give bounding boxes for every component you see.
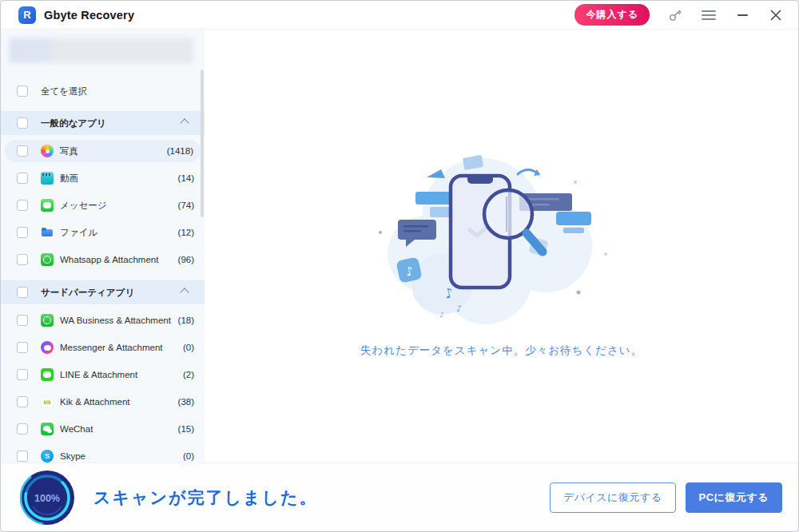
sidebar-section-header[interactable]: サードパーティアプリ xyxy=(1,280,205,304)
item-count: (18) xyxy=(178,316,194,325)
progress-ring: 100% xyxy=(18,469,76,526)
sidebar-item[interactable]: Kik & Attachment (38) xyxy=(1,391,205,413)
section-label: 一般的なアプリ xyxy=(41,117,106,129)
device-info-blurred xyxy=(9,38,193,63)
skype-icon xyxy=(41,450,54,463)
item-label: Skype xyxy=(60,451,85,461)
footer-bar: 100% スキャンが完了しました。 デバイスに復元する PCに復元する xyxy=(1,463,798,531)
app-logo-icon: R xyxy=(18,6,36,24)
item-checkbox[interactable] xyxy=(17,145,28,157)
item-label: ファイル xyxy=(60,227,97,239)
sidebar-section-header[interactable]: 一般的なアプリ xyxy=(1,111,205,135)
section-checkbox[interactable] xyxy=(17,287,28,298)
item-checkbox[interactable] xyxy=(17,227,28,238)
messenger-icon xyxy=(41,341,54,354)
item-label: LINE & Attachment xyxy=(60,370,137,379)
item-count: (1418) xyxy=(167,146,193,156)
sidebar-scrollbar[interactable] xyxy=(201,69,204,217)
svg-text:♪: ♪ xyxy=(456,304,462,314)
item-label: Messenger & Attachment xyxy=(60,343,162,352)
item-label: WeChat xyxy=(60,424,93,434)
sidebar-item[interactable]: WeChat (15) xyxy=(1,418,205,440)
kik-icon xyxy=(41,395,54,408)
item-count: (0) xyxy=(183,343,194,352)
item-count: (14) xyxy=(178,173,194,183)
sidebar-item[interactable]: 写真 (1418) xyxy=(5,140,201,162)
item-label: WA Business & Attachment xyxy=(60,316,171,325)
video-icon xyxy=(41,172,54,185)
main-panel: ♪ ♪ ♪ ♪ 失われたデータをスキャン中。少々お待ちください。 xyxy=(205,30,798,463)
app-logo-letter: R xyxy=(23,9,30,21)
select-all-checkbox[interactable] xyxy=(17,85,28,97)
sidebar-item[interactable]: 動画 (14) xyxy=(1,167,205,189)
register-key-icon[interactable] xyxy=(667,7,683,23)
item-label: Whatsapp & Attachment xyxy=(60,255,158,264)
item-checkbox[interactable] xyxy=(17,200,28,211)
chevron-up-icon[interactable] xyxy=(180,118,189,127)
whatsapp-icon xyxy=(41,253,54,266)
item-checkbox[interactable] xyxy=(17,396,28,407)
sidebar-item[interactable]: Messenger & Attachment (0) xyxy=(1,336,205,359)
item-checkbox[interactable] xyxy=(17,451,28,462)
item-label: メッセージ xyxy=(60,200,107,212)
close-icon[interactable] xyxy=(768,7,784,23)
item-count: (96) xyxy=(178,255,194,264)
sidebar-item[interactable]: ファイル (12) xyxy=(1,221,205,244)
line-icon xyxy=(41,368,54,381)
app-window: R Gbyte Recovery 今購入する xyxy=(0,0,799,532)
paper-plane-icon xyxy=(427,169,445,178)
scanning-status-text: 失われたデータをスキャン中。少々お待ちください。 xyxy=(360,343,642,358)
files-icon xyxy=(41,226,54,239)
chevron-up-icon[interactable] xyxy=(180,288,189,296)
item-label: Kik & Attachment xyxy=(60,397,130,407)
window-body: 全てを選択 一般的なアプリ 写真 (1418) 動画 (14) メッセージ (7… xyxy=(1,30,798,463)
item-checkbox[interactable] xyxy=(17,342,28,353)
item-count: (2) xyxy=(183,370,194,379)
buy-now-button[interactable]: 今購入する xyxy=(574,4,650,26)
sidebar: 全てを選択 一般的なアプリ 写真 (1418) 動画 (14) メッセージ (7… xyxy=(1,30,205,463)
scan-complete-text: スキャンが完了しました。 xyxy=(93,486,550,509)
menu-icon[interactable] xyxy=(701,7,717,23)
item-label: 動画 xyxy=(60,173,78,185)
wa-business-icon xyxy=(41,314,54,327)
photos-icon xyxy=(41,145,54,157)
item-checkbox[interactable] xyxy=(17,369,28,380)
item-count: (12) xyxy=(178,228,194,237)
section-label: サードパーティアプリ xyxy=(41,287,134,299)
item-checkbox[interactable] xyxy=(17,254,28,265)
svg-text:♪: ♪ xyxy=(439,311,444,319)
section-checkbox[interactable] xyxy=(17,117,28,129)
item-count: (74) xyxy=(178,200,194,210)
app-title: Gbyte Recovery xyxy=(44,9,134,22)
sidebar-item[interactable]: Whatsapp & Attachment (96) xyxy=(1,248,205,271)
restore-to-device-button[interactable]: デバイスに復元する xyxy=(550,482,676,513)
select-all-label: 全てを選択 xyxy=(41,85,87,97)
restore-to-pc-button[interactable]: PCに復元する xyxy=(686,482,782,513)
sidebar-item[interactable]: メッセージ (74) xyxy=(1,194,205,216)
wechat-icon xyxy=(41,423,54,435)
sidebar-item[interactable]: LINE & Attachment (2) xyxy=(1,363,205,386)
progress-percent-label: 100% xyxy=(34,492,60,503)
sidebar-item[interactable]: Skype (0) xyxy=(1,445,205,463)
item-checkbox[interactable] xyxy=(17,173,28,184)
item-count: (0) xyxy=(183,451,194,461)
scanning-illustration: ♪ ♪ ♪ ♪ xyxy=(374,134,630,326)
sidebar-list: 一般的なアプリ 写真 (1418) 動画 (14) メッセージ (74) ファイ… xyxy=(1,111,205,463)
item-checkbox[interactable] xyxy=(17,423,28,435)
messages-icon xyxy=(41,199,54,212)
titlebar: R Gbyte Recovery 今購入する xyxy=(1,1,798,30)
item-label: 写真 xyxy=(60,145,78,157)
item-count: (15) xyxy=(178,424,194,434)
select-all-row[interactable]: 全てを選択 xyxy=(1,81,205,101)
item-count: (38) xyxy=(178,397,194,407)
sidebar-item[interactable]: WA Business & Attachment (18) xyxy=(1,309,205,332)
item-checkbox[interactable] xyxy=(17,315,28,326)
minimize-icon[interactable] xyxy=(734,7,750,23)
